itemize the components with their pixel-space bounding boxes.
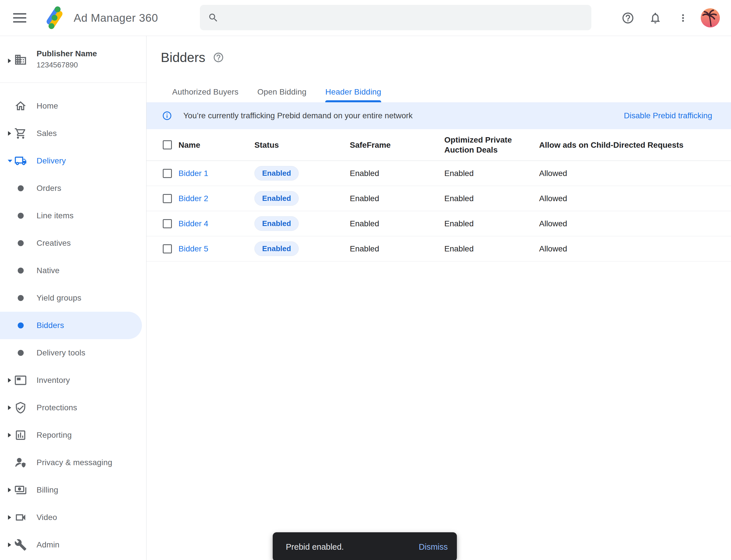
chevron-right-icon	[7, 432, 12, 438]
column-header-child-directed: Allow ads on Child-Directed Requests	[539, 140, 731, 150]
avatar[interactable]	[701, 8, 720, 27]
safeframe-cell: Enabled	[350, 244, 444, 253]
home-icon	[14, 100, 27, 112]
column-header-status: Status	[255, 140, 350, 150]
sidebar-item-label: Privacy & messaging	[37, 458, 112, 467]
disable-prebid-link[interactable]: Disable Prebid trafficking	[624, 111, 712, 120]
banner-message: You’re currently trafficking Prebid dema…	[183, 111, 412, 120]
overflow-menu-button[interactable]	[677, 0, 689, 36]
row-checkbox[interactable]	[163, 169, 172, 178]
table-row: Bidder 1EnabledEnabledEnabledAllowed	[147, 161, 731, 186]
sidebar-item-yield-groups[interactable]: Yield groups	[0, 284, 142, 312]
sidebar-item-creatives[interactable]: Creatives	[0, 229, 142, 257]
toast-dismiss-button[interactable]: Dismiss	[419, 542, 448, 552]
tab-open-bidding[interactable]: Open Bidding	[248, 82, 316, 102]
select-all-checkbox[interactable]	[163, 140, 172, 149]
publisher-name: Publisher Name	[37, 49, 97, 58]
select-all-cell	[163, 140, 179, 149]
chart-icon	[14, 429, 27, 441]
page-help-button[interactable]	[213, 52, 224, 63]
sidebar-item-orders[interactable]: Orders	[0, 175, 142, 202]
bell-icon	[649, 11, 662, 25]
bullet-icon	[18, 323, 24, 329]
help-button[interactable]	[621, 0, 634, 36]
bidder-link[interactable]: Bidder 1	[179, 169, 208, 178]
sidebar-item-billing[interactable]: Billing	[0, 476, 142, 504]
chevron-right-icon	[7, 405, 12, 411]
safeframe-cell: Enabled	[350, 219, 444, 228]
chevron-down-icon	[7, 158, 13, 163]
tab-label: Header Bidding	[325, 87, 381, 97]
sidebar-item-reporting[interactable]: Reporting	[0, 421, 142, 449]
optimized-deals-cell: Enabled	[444, 244, 539, 253]
sidebar-item-admin[interactable]: Admin	[0, 531, 142, 559]
sidebar-item-privacy-messaging[interactable]: Privacy & messaging	[0, 449, 142, 476]
sidebar-item-label: Delivery	[37, 156, 66, 165]
app-title: Ad Manager 360	[74, 0, 158, 36]
toast: Prebid enabled. Dismiss	[273, 532, 457, 560]
chevron-right-icon	[7, 130, 12, 137]
chevron-right-icon	[7, 58, 12, 65]
status-cell: Enabled	[255, 241, 350, 256]
sidebar-item-sales[interactable]: Sales	[0, 120, 142, 147]
name-cell: Bidder 2	[179, 194, 255, 203]
publisher-network-code: 1234567890	[37, 61, 78, 69]
safeframe-cell: Enabled	[350, 169, 444, 178]
page-title: Bidders	[161, 50, 205, 65]
info-icon	[162, 111, 172, 121]
sidebar-item-delivery[interactable]: Delivery	[0, 147, 142, 175]
sidebar-item-label: Sales	[37, 129, 57, 138]
sidebar-item-protections[interactable]: Protections	[0, 394, 142, 421]
bidder-link[interactable]: Bidder 5	[179, 244, 208, 253]
optimized-deals-cell: Enabled	[444, 169, 539, 178]
toast-message: Prebid enabled.	[286, 542, 344, 552]
table-row: Bidder 4EnabledEnabledEnabledAllowed	[147, 211, 731, 236]
search-input[interactable]	[225, 13, 591, 23]
row-checkbox[interactable]	[163, 219, 172, 228]
chevron-right-icon	[7, 542, 12, 548]
truck-icon	[14, 155, 27, 167]
sidebar-item-bidders[interactable]: Bidders	[0, 312, 142, 339]
bullet-icon	[18, 213, 24, 219]
safeframe-cell: Enabled	[350, 194, 444, 203]
sidebar-item-line-items[interactable]: Line items	[0, 202, 142, 229]
wrench-icon	[14, 539, 27, 551]
tab-label: Authorized Buyers	[172, 87, 239, 97]
bullet-icon	[18, 185, 24, 191]
sidebar-item-native[interactable]: Native	[0, 257, 142, 284]
row-checkbox[interactable]	[163, 244, 172, 253]
sidebar-item-label: Reporting	[37, 431, 72, 440]
search-icon	[208, 12, 219, 23]
bullet-icon	[18, 240, 24, 246]
tab-header-bidding[interactable]: Header Bidding	[316, 82, 390, 102]
row-checkbox[interactable]	[163, 194, 172, 203]
shield-icon	[14, 401, 27, 414]
tab-authorized-buyers[interactable]: Authorized Buyers	[163, 82, 248, 102]
more-vert-icon	[677, 12, 689, 24]
bidder-link[interactable]: Bidder 4	[179, 219, 208, 228]
sidebar-item-home[interactable]: Home	[0, 92, 142, 120]
sidebar-divider	[0, 83, 146, 83]
sidebar-item-delivery-tools[interactable]: Delivery tools	[0, 339, 142, 367]
sidebar-item-video[interactable]: Video	[0, 504, 142, 531]
tab-underline	[325, 100, 381, 102]
chevron-right-icon	[7, 514, 12, 521]
app-header: Ad Manager 360	[0, 0, 731, 36]
publisher-switcher[interactable]: Publisher Name 1234567890	[0, 36, 146, 83]
cart-icon	[14, 127, 27, 140]
hamburger-menu-button[interactable]	[13, 13, 26, 23]
sidebar-item-label: Yield groups	[37, 293, 81, 303]
chevron-right-icon	[7, 487, 12, 493]
notifications-button[interactable]	[649, 0, 662, 36]
search-bar[interactable]	[200, 5, 591, 30]
sidebar-item-label: Line items	[37, 211, 74, 220]
bidder-link[interactable]: Bidder 2	[179, 194, 208, 203]
sidebar-item-inventory[interactable]: Inventory	[0, 367, 142, 394]
bidders-table-body: Bidder 1EnabledEnabledEnabledAllowedBidd…	[147, 161, 731, 261]
name-cell: Bidder 1	[179, 169, 255, 178]
row-checkbox-cell	[163, 169, 179, 178]
status-chip: Enabled	[255, 191, 299, 206]
name-cell: Bidder 5	[179, 244, 255, 253]
name-cell: Bidder 4	[179, 219, 255, 228]
child-directed-cell: Allowed	[539, 169, 731, 178]
